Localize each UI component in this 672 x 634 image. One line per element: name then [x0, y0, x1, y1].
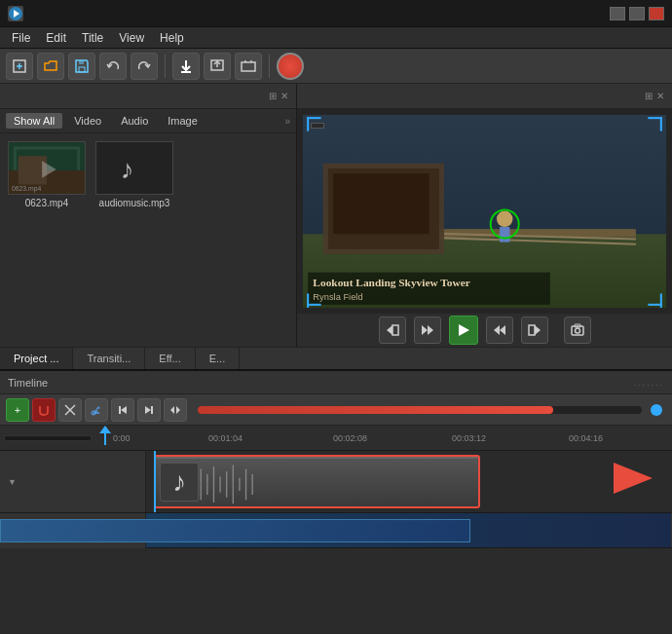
timeline-add-track-button[interactable]: + — [6, 398, 29, 422]
svg-rect-38 — [307, 117, 309, 131]
main-layout: ⊞ ✕ Show All Video Audio Image » — [0, 84, 672, 347]
toolbar-separator-2 — [269, 55, 270, 78]
timeline-magnet-button[interactable] — [32, 398, 56, 422]
play-back-button[interactable] — [414, 317, 441, 344]
close-button[interactable] — [649, 7, 664, 20]
save-button[interactable] — [68, 53, 95, 80]
filter-tab-video[interactable]: Video — [66, 113, 109, 129]
filter-tab-audio[interactable]: Audio — [113, 113, 156, 129]
svg-marker-91 — [614, 463, 653, 494]
svg-point-31 — [497, 210, 513, 227]
svg-rect-63 — [119, 406, 121, 414]
ruler-mark-4: 00:04:16 — [569, 433, 603, 443]
svg-rect-37 — [307, 117, 321, 119]
track-4-arrow[interactable]: ▼ — [8, 477, 17, 487]
svg-rect-42 — [307, 293, 309, 308]
ruler-mark-1: 00:01:04 — [208, 433, 243, 443]
ruler-mark-0: 0:00 — [113, 433, 131, 443]
filter-tab-showall[interactable]: Show All — [6, 113, 62, 129]
filter-tabs: Show All Video Audio Image » — [0, 109, 296, 133]
files-grid: 0623.mp4 0623.mp4 ♪ audiomusic.mp3 — [0, 133, 296, 347]
project-files-panel: ⊞ ✕ Show All Video Audio Image » — [0, 84, 297, 347]
screenshot-button[interactable] — [564, 317, 591, 344]
file-item-audio[interactable]: ♪ audiomusic.mp3 — [95, 141, 173, 208]
timeline-progress-bar[interactable] — [198, 406, 642, 414]
app-icon — [8, 6, 23, 21]
undo-button[interactable] — [99, 53, 127, 80]
timeline-section: Timeline ....... + — [0, 369, 672, 574]
video-thumbnail: 0623.mp4 — [8, 141, 86, 195]
tab-project[interactable]: Project ... — [0, 348, 73, 369]
play-last-button[interactable] — [521, 317, 548, 344]
svg-rect-43 — [648, 304, 662, 306]
menu-file[interactable]: File — [4, 29, 38, 47]
clip-body: ♪ — [156, 459, 478, 508]
track-3-content[interactable] — [146, 513, 672, 547]
profile-button[interactable] — [235, 53, 262, 80]
window-controls — [610, 7, 664, 20]
timeline-razor-button[interactable] — [85, 398, 108, 422]
filter-more-arrow[interactable]: » — [284, 116, 290, 127]
open-button[interactable] — [37, 53, 64, 80]
timeline-cut-button[interactable] — [58, 398, 82, 422]
bottom-tabs: Project ... Transiti... Eff... E... — [0, 347, 672, 369]
menu-view[interactable]: View — [111, 29, 152, 47]
svg-marker-52 — [535, 325, 541, 335]
svg-rect-53 — [529, 325, 535, 335]
close-panel-icon[interactable]: ✕ — [280, 91, 288, 101]
tab-effects[interactable]: Eff... — [145, 348, 195, 369]
preview-grid-icon[interactable]: ⊞ — [645, 91, 653, 101]
play-button[interactable] — [449, 316, 478, 345]
timeline-toolbar: + — [0, 394, 672, 426]
svg-rect-40 — [660, 117, 662, 131]
timeline-center-button[interactable] — [164, 398, 187, 422]
timeline-jump-start-button[interactable] — [111, 398, 134, 422]
timeline-time-row: 0:00 00:01:04 00:02:08 00:03:12 00:04:16 — [0, 426, 672, 451]
menu-title[interactable]: Title — [74, 29, 111, 47]
track-4-label: ▼ — [0, 451, 146, 512]
grid-view-icon[interactable]: ⊞ — [269, 91, 277, 101]
file-item-video[interactable]: 0623.mp4 0623.mp4 — [8, 141, 86, 208]
svg-rect-46 — [392, 325, 398, 335]
ruler-mark-3: 00:03:12 — [452, 433, 486, 443]
timeline-jump-end-button[interactable] — [137, 398, 161, 422]
preview-header-icons: ⊞ ✕ — [645, 91, 664, 101]
maximize-button[interactable] — [629, 7, 645, 20]
export-button[interactable] — [204, 53, 231, 80]
svg-rect-6 — [79, 60, 84, 64]
svg-point-55 — [575, 328, 579, 333]
menu-help[interactable]: Help — [152, 29, 192, 47]
tab-transitions[interactable]: Transiti... — [73, 348, 145, 369]
track-4-content[interactable]: ♪ — [146, 451, 672, 512]
import-button[interactable] — [172, 53, 200, 80]
new-button[interactable] — [6, 53, 33, 80]
svg-marker-62 — [121, 406, 127, 414]
svg-text:0623.mp4: 0623.mp4 — [12, 185, 42, 193]
toolbar-separator — [165, 55, 166, 78]
menu-edit[interactable]: Edit — [38, 29, 74, 47]
filter-tab-image[interactable]: Image — [160, 113, 205, 129]
track-row-4: ▼ — [0, 451, 672, 513]
play-forward-button[interactable] — [486, 317, 513, 344]
tab-extra[interactable]: E... — [196, 348, 241, 369]
track-3-clip[interactable] — [0, 519, 470, 542]
svg-rect-44 — [660, 293, 662, 308]
svg-marker-45 — [387, 325, 392, 335]
video-file-label: 0623.mp4 — [25, 198, 68, 208]
svg-text:♪: ♪ — [120, 154, 133, 184]
svg-rect-69 — [104, 433, 106, 445]
reset-zoom-button[interactable] — [311, 123, 324, 129]
menu-bar: File Edit Title View Help — [0, 27, 672, 49]
preview-close-icon[interactable]: ✕ — [656, 91, 664, 101]
playback-controls — [297, 314, 672, 347]
redo-button[interactable] — [131, 53, 158, 80]
track-row-3: ▼ — [0, 513, 672, 548]
minimize-button[interactable] — [610, 7, 625, 20]
preview-frame: Lookout Landing Skyview Tower Rynsla Fie… — [303, 115, 666, 308]
timeline-ruler: 0:00 00:01:04 00:02:08 00:03:12 00:04:16 — [92, 426, 672, 450]
play-first-button[interactable] — [379, 317, 406, 344]
record-button[interactable] — [277, 53, 304, 80]
audio-thumbnail: ♪ — [95, 141, 173, 195]
project-files-header: ⊞ ✕ — [0, 84, 296, 109]
audio-clip[interactable]: ♪ — [154, 455, 480, 508]
